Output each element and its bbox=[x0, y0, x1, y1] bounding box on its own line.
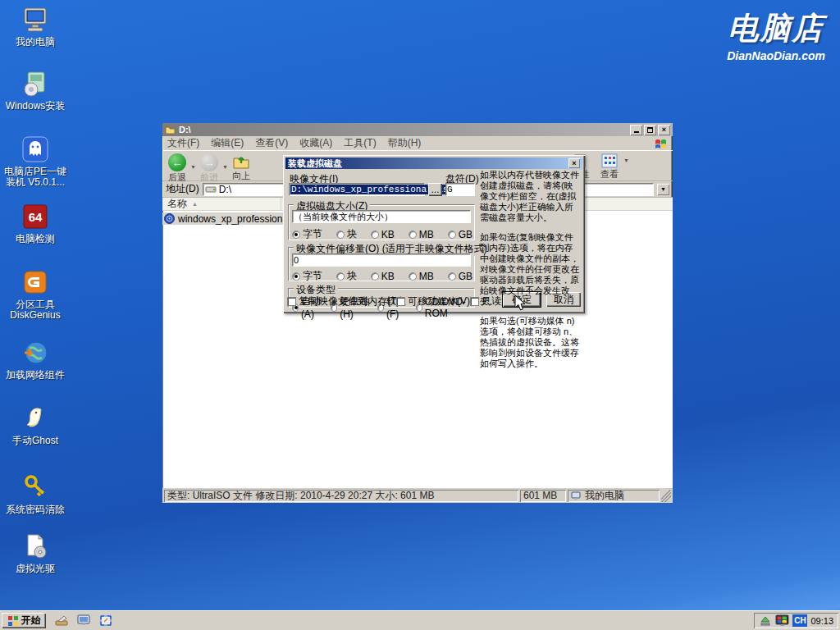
window-title: D:\ bbox=[179, 125, 628, 135]
radio-size-bytes[interactable]: 字节 bbox=[292, 227, 322, 241]
checkbox-label: 可移动媒体(V) bbox=[408, 294, 470, 308]
start-button[interactable]: 开始 bbox=[2, 613, 46, 628]
quick-launch-monitor-icon[interactable] bbox=[76, 614, 92, 628]
menu-tools[interactable]: 工具(T) bbox=[344, 136, 376, 150]
sort-asc-icon: ▲ bbox=[192, 201, 198, 207]
dialog-help-text: 如果以内存代替映像文件创建虚拟磁盘，请将(映像文件)栏留空，在(虚拟磁盘大小)栏… bbox=[480, 170, 580, 378]
taskbar-clock[interactable]: 09:13 bbox=[810, 616, 833, 626]
radio-on-icon bbox=[292, 231, 300, 239]
desktop-icon-windows-setup[interactable]: Windows安装 bbox=[0, 69, 71, 112]
status-bar: 类型: UltraISO 文件 修改日期: 2010-4-29 20:27 大小… bbox=[162, 488, 673, 503]
unit-label: GB bbox=[459, 229, 472, 240]
back-icon: ← bbox=[168, 153, 186, 171]
checkbox-icon bbox=[470, 297, 479, 306]
help-paragraph: 如果勾选(复制映像文件到内存)选项，将在内存中创建映像文件的副本，对映像文件的任… bbox=[480, 232, 580, 307]
dialog-titlebar[interactable]: 装载虚拟磁盘 × bbox=[285, 158, 582, 169]
desktop-icon-diskgenius[interactable]: 分区工具 DiskGenius bbox=[0, 267, 71, 321]
menu-edit[interactable]: 编辑(E) bbox=[211, 136, 244, 150]
drive-letter-input[interactable]: G bbox=[445, 183, 475, 196]
dialog-close-button[interactable]: × bbox=[568, 158, 580, 168]
close-icon: × bbox=[662, 126, 666, 134]
desktop-icon-virtual-cdrom[interactable]: 虚拟光驱 bbox=[0, 532, 71, 574]
iso-file-icon bbox=[164, 213, 175, 224]
desktop-icon-password-clear[interactable]: 系统密码清除 bbox=[0, 472, 71, 515]
checkbox-label: 复制映像文件到内存(T) bbox=[299, 294, 399, 308]
browse-label: ... bbox=[431, 184, 439, 195]
input-language-indicator[interactable]: CH bbox=[792, 614, 807, 627]
radio-size-blocks[interactable]: 块 bbox=[336, 227, 357, 241]
back-button[interactable]: ← 后退 bbox=[166, 153, 189, 185]
radio-offset-mb[interactable]: MB bbox=[409, 271, 434, 282]
size-group: 虚拟磁盘大小(Z) （当前映像文件的大小） 字节 块 KB MB GB bbox=[288, 204, 475, 240]
back-dropdown-icon[interactable]: ▼ bbox=[190, 164, 196, 170]
radio-icon bbox=[409, 272, 417, 281]
browse-button[interactable]: ... bbox=[428, 183, 442, 196]
folder-icon bbox=[165, 126, 176, 135]
radio-icon bbox=[336, 272, 345, 281]
unit-label: 字节 bbox=[303, 269, 322, 283]
desktop-icon-label: 电脑检测 bbox=[2, 234, 69, 244]
menu-file[interactable]: 文件(F) bbox=[167, 136, 199, 150]
tray-display-icon[interactable] bbox=[775, 614, 789, 627]
unit-label: KB bbox=[381, 271, 395, 282]
column-header-name[interactable]: 名称 ▲ bbox=[162, 198, 281, 210]
radio-size-gb[interactable]: GB bbox=[448, 229, 472, 240]
up-label: 向上 bbox=[232, 170, 250, 182]
diskgenius-icon bbox=[21, 267, 50, 297]
up-button[interactable]: 向上 bbox=[230, 153, 253, 183]
status-location-label: 我的电脑 bbox=[585, 489, 624, 503]
view-dropdown-icon[interactable]: ▼ bbox=[623, 158, 629, 163]
checkbox-removable-media[interactable]: 可移动媒体(V) bbox=[396, 294, 470, 308]
desktop-icon-pe-install[interactable]: 电脑店PE一键装机 V5.0.1... bbox=[0, 135, 71, 188]
close-button[interactable]: × bbox=[658, 125, 670, 135]
radio-offset-gb[interactable]: GB bbox=[448, 271, 472, 282]
radio-size-kb[interactable]: KB bbox=[371, 229, 395, 240]
desktop-icon-label: 电脑店PE一键装机 V5.0.1... bbox=[2, 167, 69, 188]
forward-button[interactable]: → 前进 bbox=[198, 153, 221, 185]
desktop-icon-manual-ghost[interactable]: 手动Ghost bbox=[0, 404, 71, 446]
view-label: 查看 bbox=[600, 168, 619, 180]
radio-size-mb[interactable]: MB bbox=[409, 229, 434, 240]
desktop-icon-pc-check[interactable]: 64 电脑检测 bbox=[0, 202, 71, 244]
address-value: D:\ bbox=[219, 184, 231, 195]
radio-offset-bytes[interactable]: 字节 bbox=[292, 269, 322, 283]
size-value: （当前映像文件的大小） bbox=[294, 211, 393, 223]
view-button[interactable]: 查看 bbox=[598, 153, 621, 181]
address-dropdown-button[interactable]: ▼ bbox=[657, 184, 669, 195]
minimize-button[interactable] bbox=[630, 125, 642, 135]
checkbox-icon bbox=[396, 297, 405, 306]
checkbox-copy-to-memory[interactable]: 复制映像文件到内存(T) bbox=[287, 294, 399, 308]
quick-launch-pen-icon[interactable] bbox=[54, 614, 70, 628]
radio-offset-kb[interactable]: KB bbox=[371, 271, 395, 282]
menu-favorites[interactable]: 收藏(A) bbox=[299, 136, 332, 150]
size-input[interactable]: （当前映像文件的大小） bbox=[292, 210, 471, 223]
pe-ghost-icon bbox=[21, 135, 50, 164]
radio-on-icon bbox=[292, 272, 300, 281]
desktop-icon-network[interactable]: 加载网络组件 bbox=[0, 338, 71, 381]
brand-title: 电脑店 bbox=[727, 8, 825, 49]
minimize-icon bbox=[634, 131, 639, 133]
desktop-icon-label: 分区工具 DiskGenius bbox=[2, 299, 69, 321]
desktop-icon-label: 我的电脑 bbox=[2, 37, 69, 48]
maximize-button[interactable] bbox=[644, 125, 656, 135]
menu-help[interactable]: 帮助(H) bbox=[388, 136, 422, 150]
offset-units: 字节 块 KB MB GB bbox=[292, 269, 472, 283]
forward-dropdown-icon[interactable]: ▼ bbox=[222, 164, 228, 170]
radio-icon bbox=[336, 231, 345, 239]
offset-input[interactable]: 0 bbox=[292, 253, 471, 267]
resize-grip[interactable] bbox=[661, 490, 671, 502]
radio-offset-blocks[interactable]: 块 bbox=[336, 269, 357, 283]
forward-icon: → bbox=[200, 153, 218, 171]
status-size: 601 MB bbox=[520, 490, 566, 502]
tray-eject-icon[interactable] bbox=[759, 614, 772, 627]
image-file-input[interactable]: D:\windows_xp_professional.iso bbox=[289, 183, 425, 196]
help-paragraph: 如果勾选(可移动媒体 n)选项，将创建可移动 n、热插拔的虚拟设备。这将影响到例… bbox=[480, 316, 580, 369]
offset-group: 映像文件偏移量(O) (适用于非映像文件格式) 0 字节 块 KB MB GB bbox=[288, 247, 475, 281]
up-icon bbox=[232, 153, 250, 170]
menu-view[interactable]: 查看(V) bbox=[255, 136, 288, 150]
quick-launch-desktop-icon[interactable] bbox=[98, 614, 114, 628]
mouse-cursor-icon bbox=[514, 294, 527, 312]
radio-icon bbox=[448, 231, 456, 239]
desktop-icon-my-computer[interactable]: 我的电脑 bbox=[0, 5, 71, 48]
explorer-titlebar[interactable]: D:\ × bbox=[162, 123, 673, 136]
